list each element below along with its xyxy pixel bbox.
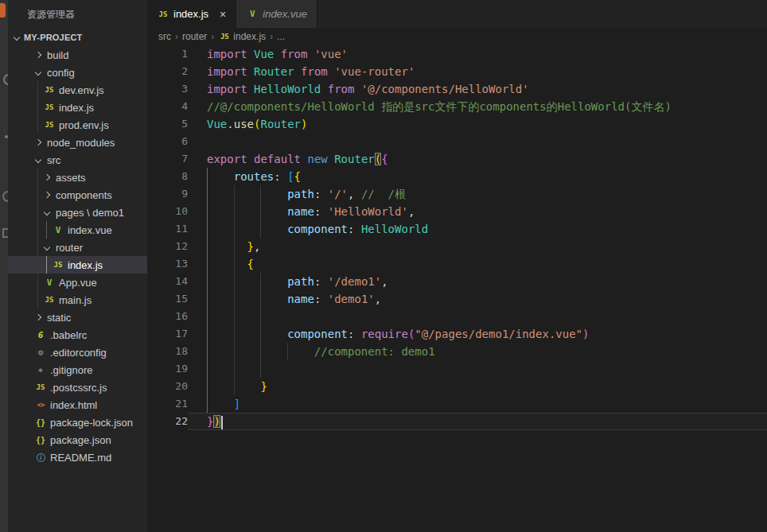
line-number: 10 bbox=[147, 203, 188, 220]
tab-index.vue[interactable]: Vindex.vue bbox=[236, 0, 317, 28]
tree-item-dev.env.js[interactable]: JSdev.env.js bbox=[8, 81, 147, 99]
tree-item-src[interactable]: src bbox=[8, 151, 147, 169]
tree-item-prod.env.js[interactable]: JSprod.env.js bbox=[8, 116, 147, 134]
code-line-10[interactable]: 10 name: 'HelloWorld', bbox=[147, 203, 767, 220]
code-line-20[interactable]: 20 } bbox=[147, 378, 767, 395]
code-line-7[interactable]: 7export default new Router({ bbox=[147, 150, 767, 168]
tab-index.js[interactable]: JSindex.js× bbox=[147, 0, 236, 28]
code-content[interactable]: import Router from 'vue-router' bbox=[188, 63, 767, 80]
code-editor[interactable]: 1import Vue from 'vue'2import Router fro… bbox=[147, 45, 767, 532]
tree-item-package-lock.json[interactable]: {}package-lock.json bbox=[8, 414, 147, 431]
tree-item-label: assets bbox=[56, 172, 86, 184]
code-line-3[interactable]: 3import HelloWorld from '@/components/He… bbox=[147, 80, 767, 98]
code-content[interactable]: import HelloWorld from '@/components/Hel… bbox=[188, 80, 767, 98]
tree-item-index.vue[interactable]: Vindex.vue bbox=[8, 221, 147, 239]
code-line-13[interactable]: 13 { bbox=[147, 255, 767, 273]
indent-guide bbox=[207, 308, 208, 325]
code-content[interactable]: { bbox=[188, 255, 767, 273]
html-icon: <> bbox=[34, 401, 47, 409]
code-content[interactable]: routes: [{ bbox=[188, 168, 767, 185]
tree-item-readme.md[interactable]: iREADME.md bbox=[8, 449, 147, 466]
tree-item-label: config bbox=[47, 67, 75, 79]
code-content[interactable]: component: require("@/pages/demo1/index.… bbox=[188, 325, 767, 343]
info-icon: i bbox=[34, 453, 47, 462]
js-file-icon: JS bbox=[43, 296, 56, 304]
code-token bbox=[207, 398, 234, 410]
code-line-14[interactable]: 14 path: '/demo1', bbox=[147, 273, 767, 290]
code-line-8[interactable]: 8 routes: [{ bbox=[147, 168, 767, 185]
code-content[interactable]: ] bbox=[188, 395, 767, 413]
tree-item-static[interactable]: static bbox=[8, 309, 147, 326]
code-content[interactable] bbox=[188, 360, 767, 378]
code-line-21[interactable]: 21 ] bbox=[147, 395, 767, 413]
code-content[interactable]: path: '/', // /根 bbox=[188, 185, 767, 203]
code-line-16[interactable]: 16 bbox=[147, 308, 767, 325]
breadcrumb-item-src[interactable]: src bbox=[158, 31, 171, 42]
indent-guide bbox=[260, 325, 261, 343]
tree-item-.postcssrc.js[interactable]: JS.postcssrc.js bbox=[8, 379, 147, 396]
code-token: use bbox=[234, 118, 254, 130]
tree-item-.babelrc[interactable]: 6.babelrc bbox=[8, 326, 147, 344]
tree-item-label: index.js bbox=[68, 259, 103, 271]
code-content[interactable]: //component: demo1 bbox=[188, 343, 767, 360]
code-line-9[interactable]: 9 path: '/', // /根 bbox=[147, 185, 767, 203]
tree-item-package.json[interactable]: {}package.json bbox=[8, 431, 147, 449]
code-content[interactable]: }) bbox=[188, 413, 767, 430]
code-line-22[interactable]: 22}) bbox=[147, 413, 767, 430]
code-token: } bbox=[247, 240, 254, 253]
tree-item-build[interactable]: build bbox=[8, 46, 147, 64]
tree-item-.gitignore[interactable]: ◆.gitignore bbox=[8, 361, 147, 379]
tree-item-router[interactable]: router bbox=[8, 239, 147, 256]
breadcrumb-item-router[interactable]: router bbox=[182, 31, 207, 42]
activity-icon-partial[interactable] bbox=[0, 3, 6, 17]
close-icon[interactable]: × bbox=[220, 9, 226, 20]
code-line-5[interactable]: 5Vue.use(Router) bbox=[147, 115, 767, 133]
tree-item-node-modules[interactable]: node_modules bbox=[8, 134, 147, 151]
code-line-4[interactable]: 4//@/components/HelloWorld 指的是src文件下的com… bbox=[147, 98, 767, 115]
code-line-19[interactable]: 19 bbox=[147, 360, 767, 378]
code-line-11[interactable]: 11 component: HelloWorld bbox=[147, 220, 767, 238]
tree-item-config[interactable]: config bbox=[8, 64, 147, 81]
code-token: import bbox=[207, 83, 254, 95]
tree-item-label: .editorconfig bbox=[50, 347, 107, 359]
tree-item-index.js[interactable]: JSindex.js bbox=[8, 99, 147, 116]
extensions-icon[interactable] bbox=[2, 228, 8, 238]
code-content[interactable] bbox=[188, 308, 767, 325]
breadcrumb-item-...[interactable]: ... bbox=[277, 31, 285, 42]
tree-item-index.html[interactable]: <>index.html bbox=[8, 396, 147, 414]
gear-icon: ⚙ bbox=[34, 348, 47, 358]
code-content[interactable]: name: 'HelloWorld', bbox=[188, 203, 767, 220]
code-line-2[interactable]: 2import Router from 'vue-router' bbox=[147, 63, 767, 80]
breadcrumb-item-index.js[interactable]: JSindex.js bbox=[218, 31, 266, 42]
tree-item-app.vue[interactable]: VApp.vue bbox=[8, 274, 147, 291]
tree-item-.editorconfig[interactable]: ⚙.editorconfig bbox=[8, 344, 147, 361]
code-token: : bbox=[348, 328, 361, 340]
code-content[interactable]: name: 'demo1', bbox=[188, 290, 767, 308]
code-line-12[interactable]: 12 }, bbox=[147, 238, 767, 255]
code-content[interactable] bbox=[188, 133, 767, 150]
activity-icon-partial[interactable] bbox=[2, 191, 8, 202]
code-line-15[interactable]: 15 name: 'demo1', bbox=[147, 290, 767, 308]
tree-item-assets[interactable]: assets bbox=[8, 169, 147, 186]
tree-item-pages-demo1[interactable]: pages \ demo1 bbox=[8, 204, 147, 221]
code-content[interactable]: //@/components/HelloWorld 指的是src文件下的comp… bbox=[188, 98, 767, 115]
code-line-1[interactable]: 1import Vue from 'vue' bbox=[147, 45, 767, 63]
code-line-18[interactable]: 18 //component: demo1 bbox=[147, 343, 767, 360]
code-line-17[interactable]: 17 component: require("@/pages/demo1/ind… bbox=[147, 325, 767, 343]
breadcrumb-separator-icon: › bbox=[270, 31, 273, 42]
code-token: '/demo1' bbox=[328, 275, 381, 288]
tree-item-components[interactable]: components bbox=[8, 186, 147, 204]
code-content[interactable]: Vue.use(Router) bbox=[188, 115, 767, 133]
tree-item-main.js[interactable]: JSmain.js bbox=[8, 291, 147, 309]
tree-item-index.js[interactable]: JSindex.js bbox=[8, 256, 147, 274]
breadcrumb-label: router bbox=[182, 31, 207, 42]
tree-item-label: prod.env.js bbox=[59, 119, 109, 131]
code-content[interactable]: export default new Router({ bbox=[188, 150, 767, 168]
code-content[interactable]: component: HelloWorld bbox=[188, 220, 767, 238]
code-content[interactable]: } bbox=[188, 378, 767, 395]
code-content[interactable]: import Vue from 'vue' bbox=[188, 45, 767, 63]
code-content[interactable]: }, bbox=[188, 238, 767, 255]
code-content[interactable]: path: '/demo1', bbox=[188, 273, 767, 290]
code-line-6[interactable]: 6 bbox=[147, 133, 767, 150]
project-section-header[interactable]: MY-PROJECT bbox=[8, 29, 147, 46]
